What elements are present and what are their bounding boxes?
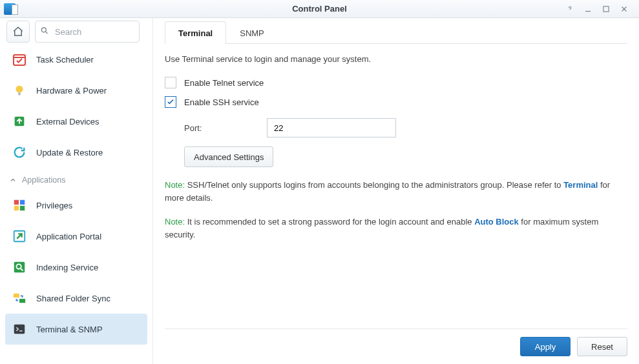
telnet-checkbox[interactable] [165, 77, 176, 88]
svg-rect-19 [19, 299, 25, 303]
sidebar-item-label: Update & Restore [36, 148, 103, 157]
note-2: Note: It is recommended to set a strong … [165, 216, 627, 241]
reset-button[interactable]: Reset [577, 337, 627, 356]
telnet-label: Enable Telnet service [184, 78, 264, 88]
search-icon [40, 26, 49, 37]
sidebar-item-hardware-power[interactable]: Hardware & Power [5, 75, 147, 106]
sidebar-item-indexing-service[interactable]: Indexing Service [5, 252, 147, 283]
home-button[interactable] [6, 21, 30, 43]
window-title: Control Panel [0, 4, 639, 14]
sidebar-item-application-portal[interactable]: Application Portal [5, 221, 147, 252]
section-applications[interactable]: Applications [5, 170, 147, 190]
sidebar-item-label: Indexing Service [36, 263, 98, 272]
sidebar-item-update-restore[interactable]: Update & Restore [5, 137, 147, 168]
chevron-up-icon [9, 176, 17, 184]
ssh-checkbox[interactable] [165, 96, 176, 108]
sidebar: Task Scheduler Hardware & Power External… [0, 18, 153, 364]
svg-point-4 [41, 28, 46, 32]
sidebar-item-label: Hardware & Power [36, 86, 107, 96]
refresh-icon [12, 145, 27, 160]
sidebar-item-label: Shared Folder Sync [36, 294, 110, 303]
footer: Apply Reset [165, 329, 627, 356]
upload-icon [12, 114, 27, 129]
grid-icon [12, 197, 27, 213]
sidebar-item-label: Terminal & SNMP [36, 325, 103, 334]
note-label: Note: [165, 180, 185, 190]
content-pane: Terminal SNMP Use Terminal service to lo… [153, 18, 639, 364]
tab-snmp[interactable]: SNMP [226, 21, 278, 44]
home-icon [12, 26, 24, 37]
note-label: Note: [165, 217, 185, 227]
svg-rect-12 [14, 206, 19, 210]
sidebar-item-privileges[interactable]: Privileges [5, 190, 147, 221]
svg-line-5 [45, 32, 47, 34]
sidebar-item-external-devices[interactable]: External Devices [5, 106, 147, 137]
titlebar: Control Panel [0, 0, 639, 18]
svg-rect-15 [14, 262, 25, 273]
svg-rect-18 [14, 294, 19, 298]
port-label: Port: [184, 123, 267, 133]
tabs: Terminal SNMP [165, 21, 627, 44]
tab-terminal[interactable]: Terminal [165, 21, 226, 44]
sidebar-item-task-scheduler[interactable]: Task Scheduler [5, 44, 147, 75]
svg-rect-10 [14, 200, 19, 205]
ssh-label: Enable SSH service [184, 97, 259, 107]
section-label: Applications [22, 176, 65, 185]
terminal-link[interactable]: Terminal [563, 180, 598, 190]
shortcut-icon [12, 228, 27, 244]
sidebar-item-label: Privileges [36, 201, 72, 210]
sidebar-item-label: Application Portal [36, 232, 101, 241]
svg-rect-20 [14, 325, 25, 334]
sidebar-item-shared-folder-sync[interactable]: Shared Folder Sync [5, 283, 147, 314]
sidebar-item-label: External Devices [36, 117, 100, 126]
sidebar-item-label: Task Scheduler [36, 55, 94, 65]
auto-block-link[interactable]: Auto Block [474, 217, 519, 227]
svg-rect-13 [20, 206, 25, 210]
sidebar-item-terminal-snmp[interactable]: Terminal & SNMP [5, 314, 147, 345]
sync-icon [12, 290, 27, 306]
apply-button[interactable]: Apply [520, 337, 571, 356]
note-1: Note: SSH/Telnet only supports logins fr… [165, 179, 627, 204]
svg-rect-11 [20, 200, 25, 205]
pane-description: Use Terminal service to login and manage… [165, 54, 627, 64]
svg-rect-6 [14, 55, 25, 65]
svg-point-7 [16, 86, 23, 93]
search-box-icon [12, 259, 27, 275]
calendar-check-icon [12, 52, 27, 67]
search-input[interactable] [35, 21, 140, 43]
advanced-settings-button[interactable]: Advanced Settings [184, 147, 273, 167]
bulb-icon [12, 83, 27, 98]
svg-rect-8 [18, 93, 21, 96]
terminal-icon [12, 321, 27, 337]
port-input[interactable] [267, 118, 396, 137]
